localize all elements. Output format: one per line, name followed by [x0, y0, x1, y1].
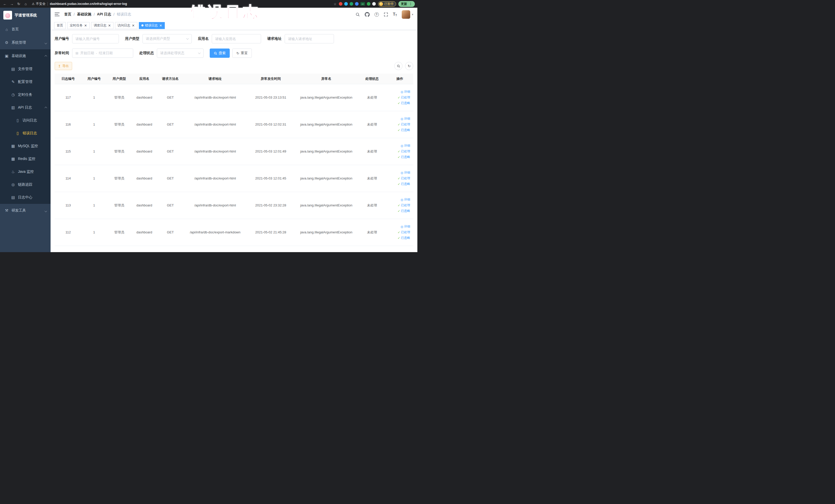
- date-range-picker[interactable]: ⊞ 开始日期 - 结束日期: [72, 48, 133, 58]
- extension-icon[interactable]: [350, 2, 353, 6]
- tab-job-log[interactable]: 调度日志 ✕: [91, 22, 114, 29]
- processed-link[interactable]: ✓已处理: [398, 95, 410, 100]
- processed-link[interactable]: ✓已处理: [398, 230, 410, 235]
- detail-link[interactable]: ◎详细: [401, 117, 410, 121]
- ignored-link[interactable]: ✓已忽略: [398, 128, 410, 132]
- font-size-icon[interactable]: TT: [393, 12, 397, 17]
- detail-link[interactable]: ◎详细: [401, 224, 410, 229]
- extension-icon[interactable]: [367, 2, 370, 6]
- sidebar-item-config-mgmt[interactable]: ✎ 配置管理: [0, 76, 50, 88]
- help-icon[interactable]: ?: [374, 12, 379, 17]
- profile-paused-chip[interactable]: 已暂停: [378, 1, 396, 7]
- reload-icon[interactable]: ↻: [16, 2, 21, 6]
- sidebar-item-scheduled-jobs[interactable]: ◷ 定时任务: [0, 88, 50, 101]
- sidebar-item-mysql-monitor[interactable]: ▦ MySQL 监控: [0, 140, 50, 153]
- extension-icon[interactable]: [372, 2, 376, 6]
- close-icon[interactable]: ✕: [132, 24, 135, 27]
- extension-icon[interactable]: [344, 2, 348, 6]
- detail-link[interactable]: ◎详细: [401, 170, 410, 175]
- detail-link[interactable]: ◎详细: [401, 198, 410, 202]
- sidebar-item-access-log[interactable]: ▯ 访问日志: [0, 114, 50, 127]
- toggle-search-button[interactable]: [394, 62, 403, 70]
- export-button[interactable]: ↥ 导出: [55, 62, 72, 70]
- check-icon: ✓: [398, 204, 400, 207]
- breadcrumb-current: 错误日志: [117, 12, 131, 17]
- ignored-link[interactable]: ✓已忽略: [398, 101, 410, 105]
- tab-error-log[interactable]: 错误日志 ✕: [139, 22, 165, 29]
- sidebar-item-error-log[interactable]: ▯ 错误日志: [0, 127, 50, 140]
- breadcrumb-item[interactable]: 首页: [64, 12, 72, 17]
- search-icon: [214, 52, 217, 55]
- sidebar-item-infrastructure[interactable]: ▣ 基础设施: [0, 49, 50, 63]
- detail-link[interactable]: ◎详细: [401, 89, 410, 94]
- tab-home[interactable]: 首页: [54, 22, 66, 29]
- chevron-down-icon: [45, 208, 47, 213]
- breadcrumb-item[interactable]: 基础设施: [77, 12, 91, 17]
- ignored-link[interactable]: ✓已忽略: [398, 155, 410, 159]
- processed-link[interactable]: ✓已处理: [398, 149, 410, 154]
- kebab-menu-icon[interactable]: ⋮: [409, 2, 412, 6]
- sidebar-item-trace[interactable]: ◎ 链路追踪: [0, 178, 50, 191]
- user-avatar-menu[interactable]: ▾: [402, 10, 413, 19]
- chevron-down-icon: [45, 41, 47, 45]
- sidebar-item-file-mgmt[interactable]: ▤ 文件管理: [0, 63, 50, 76]
- extension-on-badge[interactable]: on: [360, 2, 365, 6]
- breadcrumb-item[interactable]: API 日志: [97, 12, 111, 17]
- ignored-link[interactable]: ✓已忽略: [398, 182, 410, 186]
- gear-icon: ⚙: [4, 40, 9, 45]
- table-header-row: 日志编号 用户编号 用户类型 应用名 请求方法名 请求地址 异常发生时间 异常名…: [55, 74, 413, 84]
- app-name-input[interactable]: [215, 37, 258, 41]
- extension-icon[interactable]: [339, 2, 342, 6]
- security-chip[interactable]: ⚠ 不安全: [32, 2, 45, 6]
- close-icon[interactable]: ✕: [108, 24, 111, 27]
- sidebar-item-api-log[interactable]: ▥ API 日志: [0, 101, 50, 114]
- back-icon[interactable]: ←: [3, 2, 7, 6]
- home-icon[interactable]: ⌂: [23, 2, 28, 6]
- update-button[interactable]: 更新 ⋮: [399, 1, 415, 7]
- fullscreen-icon[interactable]: [384, 12, 388, 17]
- folder-icon: ▤: [10, 67, 16, 72]
- search-icon[interactable]: [355, 12, 360, 17]
- address-bar[interactable]: ⚠ 不安全 dashboard.yudao.iocoder.cn/infra/l…: [30, 2, 337, 6]
- detail-link[interactable]: ◎详细: [401, 143, 410, 148]
- close-icon[interactable]: ✕: [84, 24, 87, 27]
- sidebar-item-dev-tools[interactable]: ⚒ 研发工具: [0, 204, 50, 217]
- sidebar-item-system-mgmt[interactable]: ⚙ 系统管理: [0, 36, 50, 49]
- column-header: 应用名: [132, 74, 157, 84]
- check-icon: ✓: [398, 230, 400, 234]
- sidebar-collapse-icon[interactable]: [55, 13, 60, 16]
- processed-link[interactable]: ✓已处理: [398, 176, 410, 181]
- sidebar-item-java-monitor[interactable]: ♨ Java 监控: [0, 165, 50, 178]
- github-icon[interactable]: [365, 12, 370, 17]
- search-button[interactable]: 搜索: [210, 48, 230, 58]
- user-type-select[interactable]: 请选择用户类型: [142, 34, 192, 43]
- sidebar-item-home[interactable]: ⌂ 首页: [0, 23, 50, 36]
- profile-avatar: [379, 2, 383, 6]
- eye-icon: ◎: [401, 171, 403, 175]
- processed-link[interactable]: ✓已处理: [398, 203, 410, 207]
- reset-button[interactable]: ↻ 重置: [232, 48, 252, 58]
- sidebar-item-redis-monitor[interactable]: ▩ Redis 监控: [0, 153, 50, 165]
- tab-access-log[interactable]: 访问日志 ✕: [115, 22, 137, 29]
- log-icon: ▤: [10, 195, 16, 200]
- date-end-placeholder: 结束日期: [99, 51, 113, 56]
- forward-icon[interactable]: →: [9, 2, 14, 6]
- process-status-select[interactable]: 请选择处理状态: [157, 48, 204, 58]
- eye-icon: ◎: [10, 182, 16, 187]
- table-row: 117 1 管理员 dashboard GET /api/infra/db-do…: [55, 84, 413, 111]
- close-icon[interactable]: ✕: [159, 24, 162, 27]
- user-id-input[interactable]: [76, 37, 116, 41]
- date-start-placeholder: 开始日期: [80, 51, 94, 56]
- url-text[interactable]: dashboard.yudao.iocoder.cn/infra/log/api…: [50, 2, 127, 6]
- refresh-table-button[interactable]: ↻: [405, 62, 413, 70]
- sidebar-item-log-center[interactable]: ▤ 日志中心: [0, 191, 50, 204]
- check-icon: ✓: [398, 150, 400, 153]
- request-url-input[interactable]: [288, 37, 331, 41]
- ignored-link[interactable]: ✓已忽略: [398, 236, 410, 240]
- ignored-link[interactable]: ✓已忽略: [398, 209, 410, 213]
- bookmark-star-icon[interactable]: ☆: [334, 2, 337, 6]
- tab-scheduled-jobs[interactable]: 定时任务 ✕: [67, 22, 89, 29]
- extension-icon[interactable]: [355, 2, 359, 6]
- processed-link[interactable]: ✓已处理: [398, 122, 410, 126]
- chevron-down-icon: [186, 37, 189, 40]
